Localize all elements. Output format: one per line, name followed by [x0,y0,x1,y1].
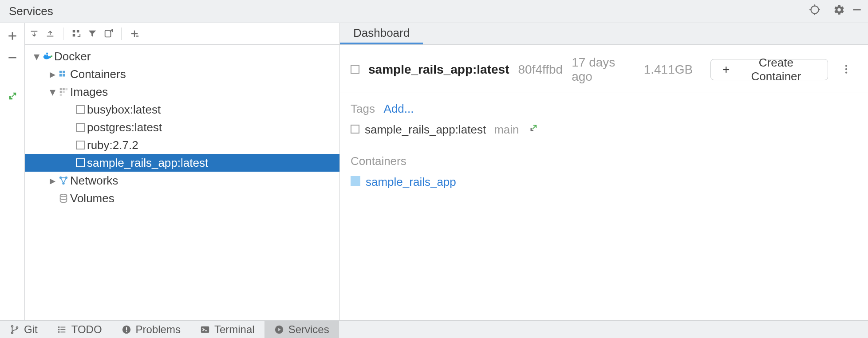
service-tree[interactable]: ▾ Docker ▸ Containers ▾ Images busybox:l… [25,45,339,320]
tree-label: postgres:latest [87,121,162,134]
svg-line-38 [61,178,63,182]
svg-rect-26 [59,74,62,77]
svg-point-53 [58,329,59,330]
image-box-icon [74,158,87,167]
svg-rect-32 [63,91,65,93]
svg-rect-13 [73,30,75,33]
group-by-icon[interactable] [71,29,81,39]
status-terminal[interactable]: Terminal [190,321,264,338]
tab-label: Dashboard [353,26,410,40]
chevron-right-icon[interactable]: ▸ [48,174,57,188]
status-services[interactable]: Services [264,321,339,338]
panel-title: Services [9,4,53,18]
containers-label: Containers [351,154,406,168]
svg-point-55 [58,331,59,332]
tag-row: sample_rails_app:latest main [351,116,857,137]
chevron-down-icon[interactable]: ▾ [48,85,57,99]
open-new-tab-icon[interactable] [8,91,17,102]
create-container-button[interactable]: Create Container [710,59,828,80]
tree-node-volumes[interactable]: ▸ Volumes [25,189,339,207]
tags-label: Tags [351,102,375,115]
status-bar: Git TODO Problems Terminal Services [0,320,868,338]
svg-rect-58 [126,327,127,330]
tree-label: Images [70,85,108,99]
gear-icon[interactable] [833,4,845,19]
image-box-icon [74,123,87,132]
tree-node-docker[interactable]: ▾ Docker [25,47,339,65]
add-tag-link[interactable]: Add... [384,102,414,115]
docker-icon [41,51,54,61]
svg-rect-15 [73,34,75,37]
button-label: Create Container [735,56,817,83]
svg-point-43 [845,65,847,67]
chevron-down-icon[interactable]: ▾ [32,50,41,63]
svg-rect-21 [44,55,46,56]
plus-icon [722,65,730,75]
tab-dashboard[interactable]: Dashboard [340,23,423,44]
remove-icon[interactable] [7,52,18,65]
tree-label: ruby:2.7.2 [87,138,138,152]
filter-icon[interactable] [87,29,97,39]
target-icon[interactable] [809,4,821,19]
svg-rect-29 [63,88,65,90]
svg-rect-33 [60,94,62,96]
svg-rect-60 [201,326,209,333]
tree-label: Volumes [70,192,114,205]
container-row: sample_rails_app [351,168,857,189]
status-label: Services [288,323,329,336]
svg-rect-30 [66,88,68,90]
images-icon [57,87,70,97]
status-git[interactable]: Git [0,321,47,338]
tree-node-networks[interactable]: ▸ Networks [25,172,339,189]
svg-point-45 [845,71,847,73]
tree-node-image[interactable]: ruby:2.7.2 [25,136,339,154]
svg-point-48 [12,332,13,334]
status-label: TODO [71,323,102,336]
containers-icon [57,69,70,79]
chevron-right-icon[interactable]: ▸ [48,67,57,81]
open-external-icon[interactable] [528,123,538,137]
tag-suffix: main [494,123,519,137]
svg-line-46 [533,126,536,129]
tree-node-image-selected[interactable]: sample_rails_app:latest [25,154,339,172]
dashboard-tabs: Dashboard [340,23,868,45]
kebab-icon[interactable] [837,63,856,76]
minimize-icon[interactable] [851,4,863,19]
tree-node-containers[interactable]: ▸ Containers [25,65,339,83]
svg-point-0 [811,6,818,13]
tree-label: Containers [70,67,126,81]
scroll-to-icon[interactable] [103,29,113,39]
tree-node-image[interactable]: busybox:latest [25,101,339,118]
terminal-icon [200,325,210,334]
svg-rect-16 [105,31,111,37]
status-todo[interactable]: TODO [47,321,112,338]
divider [827,5,827,18]
list-icon [57,325,67,334]
status-label: Problems [136,323,181,336]
status-label: Git [24,323,38,336]
image-box-icon [74,141,87,149]
collapse-all-icon[interactable] [45,29,55,39]
svg-rect-27 [63,74,65,77]
svg-rect-23 [46,53,48,55]
svg-rect-25 [63,71,65,74]
tree-node-images[interactable]: ▾ Images [25,83,339,101]
image-age: 17 days ago [572,55,635,84]
tree-label: Docker [54,50,91,63]
tag-name: sample_rails_app:latest [365,123,486,137]
svg-point-49 [16,326,18,328]
status-label: Terminal [214,323,255,336]
new-icon[interactable] [130,29,139,39]
image-name: sample_rails_app:latest [368,63,509,77]
dashboard-header: sample_rails_app:latest 80f4ffbd 17 days… [340,45,868,93]
svg-rect-28 [60,88,62,90]
status-problems[interactable]: Problems [112,321,190,338]
image-size: 1.411GB [644,63,693,77]
container-name-link[interactable]: sample_rails_app [366,175,456,189]
dashboard-panel: Dashboard sample_rails_app:latest 80f4ff… [340,23,868,320]
expand-all-icon[interactable] [29,29,39,39]
git-branch-icon [10,325,20,334]
add-icon[interactable] [7,30,18,43]
tree-node-image[interactable]: postgres:latest [25,118,339,136]
image-box-icon [74,105,87,114]
